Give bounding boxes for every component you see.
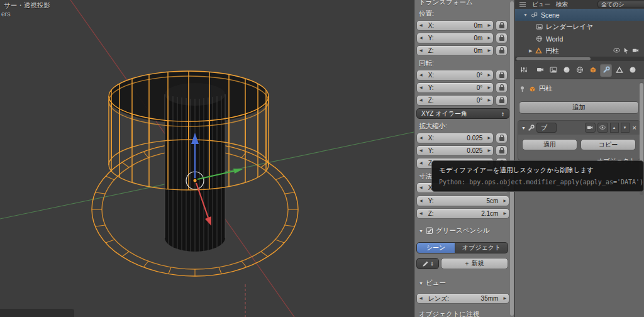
tab-render[interactable] xyxy=(534,64,546,77)
location-z-field[interactable]: ◀Z:0m▶ xyxy=(416,45,494,56)
rotation-y-field[interactable]: ◀Y:0°▶ xyxy=(416,82,494,93)
tab-modifiers[interactable] xyxy=(600,64,612,77)
decrement-arrow-icon[interactable]: ◀ xyxy=(417,70,425,81)
dimension-y-field[interactable]: ◀Y:5cm▶ xyxy=(416,196,509,206)
increment-arrow-icon[interactable]: ▶ xyxy=(485,133,493,143)
tab-object[interactable] xyxy=(587,64,599,77)
expand-triangle-icon[interactable]: ▶ xyxy=(529,48,532,53)
gp-source-object-button[interactable]: オブジェクト xyxy=(455,242,508,253)
outliner-item-scene[interactable]: ▼ Scene xyxy=(515,9,644,21)
modifier-apply-button[interactable]: 適用 xyxy=(522,139,577,150)
modifier-viewport-toggle[interactable] xyxy=(597,123,608,133)
outliner-item-world[interactable]: World xyxy=(515,33,644,45)
collapse-triangle-icon[interactable]: ▼ xyxy=(521,126,526,130)
tab-scene[interactable] xyxy=(560,64,572,77)
tab-render-layers[interactable] xyxy=(547,64,559,77)
decrement-arrow-icon[interactable]: ◀ xyxy=(417,182,425,193)
outliner-item-cylinder[interactable]: ▶ 円柱 xyxy=(515,45,644,57)
decrement-arrow-icon[interactable]: ◀ xyxy=(417,158,425,169)
decrement-arrow-icon[interactable]: ◀ xyxy=(417,20,425,31)
lock-icon xyxy=(499,37,504,41)
tab-material[interactable] xyxy=(626,64,638,77)
view-section-header[interactable]: ▼ ビュー xyxy=(419,279,446,287)
increment-arrow-icon[interactable]: ▶ xyxy=(485,70,493,81)
decrement-arrow-icon[interactable]: ◀ xyxy=(417,208,425,219)
modifier-name-field[interactable]: ブ xyxy=(536,123,557,133)
viewport-canvas[interactable] xyxy=(0,0,414,317)
lens-field[interactable]: ◀レンズ:35mm▶ xyxy=(416,293,509,304)
decrement-arrow-icon[interactable]: ◀ xyxy=(417,145,425,156)
scrollbar-thumb[interactable] xyxy=(510,1,514,316)
modifier-panel-header: ▼ ブ ▲ ▼ × xyxy=(518,121,640,135)
rotation-x-field[interactable]: ◀X:0°▶ xyxy=(416,70,494,81)
tab-world[interactable] xyxy=(574,64,586,77)
grease-pencil-section-header[interactable]: ▼ グリースペンシル xyxy=(419,226,490,235)
location-x-field[interactable]: ◀X:0m▶ xyxy=(416,20,494,31)
modifier-move-up-button[interactable]: ▲ xyxy=(610,123,619,133)
collapse-triangle-icon[interactable]: ▼ xyxy=(419,281,423,286)
modifier-move-down-button[interactable]: ▼ xyxy=(621,123,630,133)
rotation-z-lock-button[interactable] xyxy=(496,95,508,106)
object-name[interactable]: 円柱 xyxy=(539,84,552,93)
gp-draw-mode-button[interactable]: ▲▼ xyxy=(416,258,439,269)
increment-arrow-icon[interactable]: ▶ xyxy=(485,33,493,43)
increment-arrow-icon[interactable]: ▶ xyxy=(485,82,493,93)
outliner-hscrollbar[interactable] xyxy=(515,57,644,61)
outliner-search-menu[interactable]: 検索 xyxy=(556,1,568,9)
expand-triangle-icon[interactable]: ▼ xyxy=(523,13,528,17)
operator-panel-edge[interactable] xyxy=(0,309,74,317)
transform-section-header[interactable]: トランスフォーム xyxy=(419,0,473,7)
npanel-scrollbar[interactable] xyxy=(510,1,514,316)
collapse-triangle-icon[interactable]: ▼ xyxy=(419,229,423,233)
increment-arrow-icon[interactable]: ▶ xyxy=(501,293,509,304)
dropdown-arrows-icon: ▲▼ xyxy=(501,111,504,116)
increment-arrow-icon[interactable]: ▶ xyxy=(485,145,493,156)
rotation-y-lock-button[interactable] xyxy=(496,82,508,93)
scale-x-row: ◀X:0.025▶ xyxy=(416,133,508,143)
increment-arrow-icon[interactable]: ▶ xyxy=(485,95,493,106)
add-modifier-button[interactable]: 追加 xyxy=(519,101,639,114)
scrollbar-thumb[interactable] xyxy=(516,57,591,60)
scale-x-field[interactable]: ◀X:0.025▶ xyxy=(416,133,494,143)
decrement-arrow-icon[interactable]: ◀ xyxy=(417,196,425,206)
decrement-arrow-icon[interactable]: ◀ xyxy=(417,82,425,93)
rotation-z-field[interactable]: ◀Z:0°▶ xyxy=(416,95,494,106)
selectability-cursor-icon[interactable] xyxy=(623,47,630,54)
decrement-arrow-icon[interactable]: ◀ xyxy=(417,95,425,106)
checkbox-icon[interactable] xyxy=(426,227,433,235)
pin-icon[interactable] xyxy=(519,86,526,92)
rotation-mode-dropdown[interactable]: XYZ オイラー角▲▼ xyxy=(416,108,509,119)
rotation-x-lock-button[interactable] xyxy=(496,70,508,81)
scale-y-lock-button[interactable] xyxy=(496,145,508,156)
location-z-lock-button[interactable] xyxy=(496,45,508,56)
decrement-arrow-icon[interactable]: ◀ xyxy=(417,293,425,304)
renderability-camera-icon[interactable] xyxy=(632,47,639,54)
outliner-view-menu[interactable]: ビュー xyxy=(532,1,550,9)
outliner-display-filter-dropdown[interactable]: 全てのシ xyxy=(597,1,644,8)
modifier-copy-button[interactable]: コピー xyxy=(580,139,636,150)
modifier-render-toggle[interactable] xyxy=(585,123,596,133)
3d-viewport[interactable]: サー・透視投影 ers xyxy=(0,0,414,317)
location-x-lock-button[interactable] xyxy=(496,20,508,31)
modifier-delete-icon[interactable]: × xyxy=(633,124,636,131)
scale-y-field[interactable]: ◀Y:0.025▶ xyxy=(416,145,494,156)
increment-arrow-icon[interactable]: ▶ xyxy=(501,208,509,219)
decrement-arrow-icon[interactable]: ◀ xyxy=(417,45,425,56)
lock-icon xyxy=(499,150,504,153)
gp-source-scene-button[interactable]: シーン xyxy=(416,242,455,253)
gp-new-layer-button[interactable]: +新規 xyxy=(441,258,508,269)
decrement-arrow-icon[interactable]: ◀ xyxy=(417,33,425,43)
location-y-lock-button[interactable] xyxy=(496,33,508,43)
editor-type-button[interactable] xyxy=(518,64,530,77)
increment-arrow-icon[interactable]: ▶ xyxy=(501,196,509,206)
increment-arrow-icon[interactable]: ▶ xyxy=(485,45,493,56)
decrement-arrow-icon[interactable]: ◀ xyxy=(417,133,425,143)
tab-object-data[interactable] xyxy=(613,64,625,77)
outliner-item-render-layers[interactable]: レンダーレイヤ xyxy=(515,21,644,33)
visibility-eye-icon[interactable] xyxy=(613,47,620,54)
location-y-field[interactable]: ◀Y:0m▶ xyxy=(416,33,494,43)
dimension-z-field[interactable]: ◀Z:2.1cm▶ xyxy=(416,208,509,219)
editor-type-icon[interactable] xyxy=(519,1,526,8)
increment-arrow-icon[interactable]: ▶ xyxy=(485,20,493,31)
scale-x-lock-button[interactable] xyxy=(496,133,508,143)
